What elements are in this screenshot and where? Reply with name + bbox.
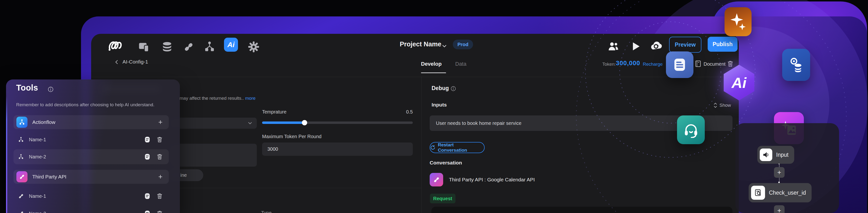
plug-item-icon [18, 193, 24, 199]
model-description-text: l may affect the returned results.. [177, 96, 244, 101]
delete-trash-icon[interactable] [157, 210, 162, 213]
delete-trash-icon[interactable] [157, 136, 162, 143]
recharge-link[interactable]: Recharge [643, 61, 662, 67]
restart-conversation-button[interactable]: Restart Conversation [430, 142, 485, 153]
request-badge: Request [430, 194, 456, 203]
third-party-api-group-icon [17, 171, 28, 182]
refresh-icon [430, 145, 435, 150]
floating-document-icon [666, 51, 693, 78]
temperature-label: Temprature [262, 109, 286, 115]
temperature-slider[interactable] [262, 122, 413, 124]
show-label: Show [719, 103, 731, 108]
add-node-button-2[interactable]: + [774, 205, 784, 213]
tools-subtitle: Remember to add descriptions after choos… [16, 102, 155, 107]
third-party-api-icon [430, 173, 443, 186]
publish-button[interactable]: Publish [708, 37, 738, 52]
tab-develop[interactable]: Develop [421, 61, 442, 67]
tools-group-actionflow[interactable]: Actionflow + [13, 115, 169, 129]
inputs-label: Inputs [432, 102, 447, 108]
flow-node-check-user-id[interactable]: Check_user_id [749, 183, 812, 203]
tools-item-actionflow-name-2[interactable]: Name-2 [13, 149, 169, 164]
model-select[interactable] [169, 117, 257, 129]
collaborators-icon[interactable] [608, 41, 619, 52]
max-token-input[interactable]: 3000 [262, 142, 413, 156]
app-window: Ai Project Name Prod Preview Publish AI-… [91, 34, 739, 213]
settings-gear-icon[interactable] [248, 41, 259, 53]
screenshot-root: Ai Project Name Prod Preview Publish AI-… [0, 0, 868, 213]
show-toggle[interactable]: Show [713, 102, 731, 108]
more-link[interactable]: more [245, 96, 255, 101]
document-book-icon[interactable] [695, 60, 701, 67]
floating-headset-icon [677, 115, 705, 144]
request-body-box [431, 207, 733, 213]
description-message-icon[interactable] [144, 193, 151, 199]
model-config-box[interactable] [169, 144, 257, 167]
tools-group-third-party-api[interactable]: Third Party API + [13, 170, 169, 184]
project-chevron-down-icon[interactable] [441, 43, 447, 49]
tools-item-label: Name-2 [29, 211, 46, 213]
temperature-value: 0.5 [405, 109, 413, 115]
tools-item-api-name-2[interactable]: Name-2 [13, 208, 169, 213]
config-breadcrumb[interactable]: AI-Config-1 [123, 59, 148, 65]
delete-trash-icon[interactable] [157, 154, 162, 160]
sort-updown-icon [713, 102, 717, 108]
tools-item-label: Name-2 [29, 154, 46, 160]
preview-button[interactable]: Preview [669, 37, 702, 53]
restart-conversation-label: Restart Conversation [438, 142, 484, 153]
conversation-item[interactable]: Third Party API : Google Calendar API [449, 177, 535, 183]
conversation-label: Conversation [430, 160, 462, 166]
add-node-button-1[interactable]: + [774, 167, 784, 178]
project-name[interactable]: Project Name [400, 41, 441, 48]
description-message-icon[interactable] [144, 210, 151, 213]
actionflow-item-icon [18, 136, 24, 143]
actionflow-icon[interactable] [204, 41, 216, 53]
debug-title: Debug [432, 85, 449, 91]
api-plug-icon[interactable] [183, 41, 194, 53]
token-label: Token: [602, 61, 616, 67]
tools-panel: Tools Remember to add descriptions after… [6, 79, 180, 213]
actionflow-item-icon [18, 154, 24, 160]
debug-info-icon[interactable] [451, 86, 456, 91]
tools-item-api-name-1[interactable]: Name-1 [13, 191, 169, 202]
back-chevron-icon[interactable] [114, 59, 120, 65]
temperature-slider-knob[interactable] [302, 120, 307, 125]
tools-info-icon[interactable] [48, 86, 54, 92]
delete-trash-icon[interactable] [157, 193, 162, 199]
tools-item-label: Name-1 [29, 137, 46, 142]
tools-title: Tools [16, 83, 38, 92]
ai-hexagon-glyph: Ai [722, 65, 756, 101]
run-play-icon[interactable] [630, 41, 641, 52]
tools-group-label: Third Party API [32, 174, 66, 180]
type-label: Type [261, 210, 272, 213]
env-badge: Prod [453, 39, 473, 49]
temperature-slider-fill [262, 122, 304, 124]
flow-node-input[interactable]: Input [757, 146, 794, 164]
tab-develop-underline [421, 73, 446, 73]
pages-icon[interactable] [138, 41, 150, 53]
ai-tab-icon[interactable]: Ai [224, 38, 238, 52]
actionflow-group-icon [17, 117, 28, 128]
cloud-sync-icon[interactable] [650, 40, 662, 53]
flow-node-check-label: Check_user_id [769, 190, 806, 196]
flow-node-input-label: Input [776, 152, 788, 158]
add-actionflow-icon[interactable]: + [158, 118, 162, 126]
document-search-icon [751, 186, 765, 200]
description-message-icon[interactable] [144, 136, 151, 143]
database-icon[interactable] [161, 41, 173, 53]
panel-divider [422, 77, 422, 213]
floating-token-database-icon [782, 49, 810, 81]
tab-data[interactable]: Data [455, 61, 466, 67]
model-description: l may affect the returned results.. more [177, 96, 255, 101]
tools-group-label: Actionflow [32, 119, 56, 125]
floating-ai-hexagon-icon: Ai [722, 65, 756, 101]
tools-item-actionflow-name-1[interactable]: Name-1 [13, 134, 169, 145]
token-value: 300,000 [616, 59, 640, 67]
floating-sparkle-icon [724, 7, 751, 36]
max-token-label: Maximum Token Per Round [262, 134, 321, 139]
select-chevron-down-icon [247, 120, 253, 126]
add-third-party-api-icon[interactable]: + [158, 173, 162, 181]
description-message-icon[interactable] [144, 153, 151, 160]
speaker-icon [760, 149, 772, 161]
app-logo-icon[interactable] [108, 40, 128, 51]
plug-item-icon [18, 210, 24, 213]
